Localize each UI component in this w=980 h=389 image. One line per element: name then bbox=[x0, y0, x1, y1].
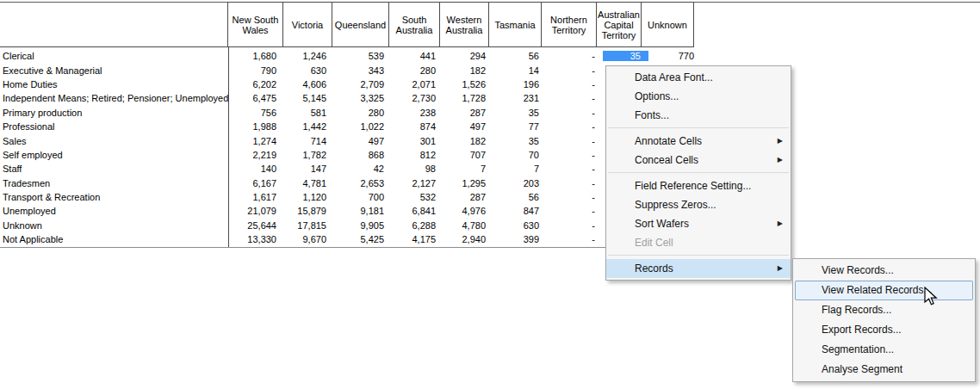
data-cell[interactable]: 6,288 bbox=[392, 220, 443, 231]
column-header-victoria[interactable]: Victoria bbox=[282, 2, 332, 47]
data-cell[interactable]: 497 bbox=[443, 121, 493, 132]
column-header-tasmania[interactable]: Tasmania bbox=[488, 2, 542, 47]
menu-item-view-related-records[interactable]: View Related Records... bbox=[795, 281, 973, 300]
data-cell[interactable]: 294 bbox=[443, 51, 493, 61]
data-cell[interactable]: 2,219 bbox=[228, 150, 284, 160]
data-cell[interactable]: 812 bbox=[392, 150, 443, 160]
data-cell[interactable]: 2,071 bbox=[392, 79, 443, 90]
data-cell[interactable]: 700 bbox=[334, 192, 392, 202]
data-cell[interactable]: 2,730 bbox=[392, 93, 443, 103]
data-cell[interactable]: 13,330 bbox=[228, 234, 284, 244]
selected-cell[interactable]: 35 bbox=[603, 51, 648, 61]
column-header-western-australia[interactable]: Western Australia bbox=[439, 2, 489, 47]
menu-item-suppress-zeros[interactable]: Suppress Zeros... bbox=[606, 195, 791, 214]
column-header-northern-territory[interactable]: Northern Territory bbox=[541, 2, 597, 47]
row-label-tradesmen[interactable]: Tradesmen bbox=[0, 178, 228, 188]
data-cell[interactable]: - bbox=[547, 164, 603, 174]
data-cell[interactable]: 714 bbox=[284, 136, 334, 146]
data-cell[interactable]: 7 bbox=[443, 164, 493, 174]
data-cell[interactable]: - bbox=[547, 206, 603, 216]
data-cell[interactable]: 5,145 bbox=[284, 93, 334, 103]
data-cell[interactable]: 790 bbox=[228, 65, 284, 76]
data-cell[interactable]: 70 bbox=[493, 150, 547, 160]
data-cell[interactable]: 56 bbox=[493, 192, 547, 202]
row-label-home-duties[interactable]: Home Duties bbox=[0, 79, 228, 90]
column-header-queensland[interactable]: Queensland bbox=[332, 2, 389, 47]
data-cell[interactable]: 2,940 bbox=[443, 234, 493, 244]
data-cell[interactable]: 2,127 bbox=[392, 178, 443, 188]
data-cell[interactable]: - bbox=[547, 150, 603, 160]
menu-item-flag-records[interactable]: Flag Records... bbox=[793, 300, 975, 320]
data-cell[interactable]: 497 bbox=[334, 136, 392, 146]
data-cell[interactable]: 9,905 bbox=[334, 220, 392, 231]
row-label-primary-production[interactable]: Primary production bbox=[0, 108, 228, 118]
data-cell[interactable]: 280 bbox=[334, 108, 392, 118]
data-cell[interactable]: 280 bbox=[392, 65, 443, 76]
data-cell[interactable]: 140 bbox=[228, 164, 284, 174]
column-header-australian-capital-territory[interactable]: Australian Capital Territory bbox=[596, 2, 642, 47]
menu-item-export-records[interactable]: Export Records... bbox=[793, 320, 975, 340]
row-label-executive-managerial[interactable]: Executive & Managerial bbox=[0, 65, 228, 76]
data-cell[interactable]: 1,988 bbox=[228, 121, 284, 132]
data-cell[interactable]: 3,325 bbox=[334, 93, 392, 103]
data-cell[interactable]: 6,167 bbox=[228, 178, 284, 188]
data-cell[interactable]: 868 bbox=[334, 150, 392, 160]
data-cell[interactable]: 1,274 bbox=[228, 136, 284, 146]
menu-item-data-area-font[interactable]: Data Area Font... bbox=[606, 68, 791, 87]
data-cell[interactable]: - bbox=[547, 51, 603, 61]
data-cell[interactable]: - bbox=[547, 136, 603, 146]
data-cell[interactable]: 25,644 bbox=[228, 220, 284, 231]
data-cell[interactable]: - bbox=[547, 234, 603, 244]
data-cell[interactable]: - bbox=[547, 65, 603, 76]
data-cell[interactable]: 1,022 bbox=[334, 121, 392, 132]
row-label-not-applicable[interactable]: Not Applicable bbox=[0, 234, 228, 244]
row-label-sales[interactable]: Sales bbox=[0, 136, 228, 146]
data-cell[interactable]: 238 bbox=[392, 108, 443, 118]
data-cell[interactable]: 182 bbox=[443, 136, 493, 146]
data-cell[interactable]: 231 bbox=[493, 93, 547, 103]
data-cell[interactable]: 399 bbox=[493, 234, 547, 244]
data-cell[interactable]: 17,815 bbox=[284, 220, 334, 231]
data-cell[interactable]: - bbox=[547, 121, 603, 132]
data-cell[interactable]: 9,670 bbox=[284, 234, 334, 244]
data-cell[interactable]: 203 bbox=[493, 178, 547, 188]
data-cell[interactable]: 756 bbox=[228, 108, 284, 118]
data-cell[interactable]: - bbox=[547, 178, 603, 188]
data-cell[interactable]: 287 bbox=[443, 192, 493, 202]
data-cell[interactable]: 874 bbox=[392, 121, 443, 132]
data-cell[interactable]: 182 bbox=[443, 65, 493, 76]
data-cell[interactable]: 15,879 bbox=[284, 206, 334, 216]
data-cell[interactable]: - bbox=[547, 79, 603, 90]
data-cell[interactable]: - bbox=[547, 220, 603, 231]
data-cell[interactable]: 1,295 bbox=[443, 178, 493, 188]
data-cell[interactable]: 4,781 bbox=[284, 178, 334, 188]
data-cell[interactable]: 147 bbox=[284, 164, 334, 174]
data-cell[interactable]: 35 bbox=[493, 136, 547, 146]
data-cell[interactable]: 532 bbox=[392, 192, 443, 202]
menu-item-field-reference-setting[interactable]: Field Reference Setting... bbox=[606, 176, 791, 195]
data-cell[interactable]: 9,181 bbox=[334, 206, 392, 216]
data-cell[interactable]: 630 bbox=[493, 220, 547, 231]
data-cell[interactable]: 4,175 bbox=[392, 234, 443, 244]
row-label-unemployed[interactable]: Unemployed bbox=[0, 206, 228, 216]
data-cell[interactable]: 5,425 bbox=[334, 234, 392, 244]
data-cell[interactable]: - bbox=[547, 93, 603, 103]
data-cell[interactable]: 630 bbox=[284, 65, 334, 76]
data-cell[interactable]: 707 bbox=[443, 150, 493, 160]
data-cell[interactable]: 4,780 bbox=[443, 220, 493, 231]
data-cell[interactable]: 1,680 bbox=[228, 51, 284, 61]
data-cell[interactable]: 77 bbox=[493, 121, 547, 132]
data-cell[interactable]: 539 bbox=[334, 51, 392, 61]
menu-item-sort-wafers[interactable]: Sort Wafers▶ bbox=[606, 214, 791, 233]
data-cell[interactable]: 1,526 bbox=[443, 79, 493, 90]
data-cell[interactable]: 14 bbox=[493, 65, 547, 76]
data-cell[interactable]: 98 bbox=[392, 164, 443, 174]
data-cell[interactable]: 56 bbox=[493, 51, 547, 61]
column-header-unknown[interactable]: Unknown bbox=[641, 2, 694, 47]
data-cell[interactable]: 4,606 bbox=[284, 79, 334, 90]
data-cell[interactable]: 1,120 bbox=[284, 192, 334, 202]
data-cell[interactable]: 4,976 bbox=[443, 206, 493, 216]
row-label-staff[interactable]: Staff bbox=[0, 164, 228, 174]
data-cell[interactable]: 343 bbox=[334, 65, 392, 76]
data-cell[interactable]: 581 bbox=[284, 108, 334, 118]
